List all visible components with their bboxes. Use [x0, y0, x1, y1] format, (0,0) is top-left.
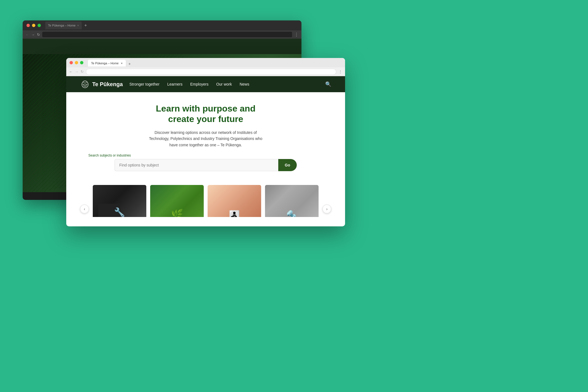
- card-horticulture[interactable]: Horticulture: [150, 185, 204, 217]
- card-trades[interactable]: Trades: [265, 185, 319, 217]
- active-tab-front[interactable]: Te Pūkenga – Home ×: [88, 59, 126, 67]
- forward-arrow[interactable]: →: [31, 33, 35, 37]
- search-row: Go: [115, 159, 297, 171]
- active-tab-label: Te Pūkenga – Home: [91, 62, 119, 65]
- tab-close-icon[interactable]: ×: [77, 24, 79, 27]
- nav-stronger-together-front[interactable]: Stronger together: [129, 82, 160, 86]
- hero-section: Learn with purpose and create your futur…: [66, 92, 345, 179]
- tab-close-front[interactable]: ×: [121, 62, 123, 65]
- card-image-construction: [93, 185, 146, 217]
- browser-window-front: Te Pūkenga – Home × + ← → ↻ ⋮ Te Pūkenga: [66, 58, 345, 226]
- nav-links-front: Stronger together Learners Employers Our…: [129, 82, 249, 86]
- nav-learners-front[interactable]: Learners: [167, 82, 182, 86]
- address-bar-back[interactable]: [42, 32, 292, 37]
- titlebar-front: Te Pūkenga – Home × +: [66, 58, 345, 67]
- maximize-dot[interactable]: [38, 24, 41, 27]
- new-tab-button-front[interactable]: +: [127, 61, 132, 66]
- carousel-next-button[interactable]: ›: [322, 205, 331, 213]
- new-tab-button-back[interactable]: +: [83, 23, 88, 28]
- minimize-dot-front[interactable]: [75, 61, 78, 64]
- back-arrow[interactable]: ←: [25, 33, 29, 37]
- nav-bar-back: ← → ↻ ⋮: [23, 30, 301, 39]
- refresh-icon[interactable]: ↻: [37, 33, 40, 37]
- search-icon-front[interactable]: 🔍: [325, 81, 331, 87]
- card-construction[interactable]: Construction: [93, 185, 146, 217]
- hero-description: Discover learning options across our net…: [145, 129, 266, 148]
- search-label: Search subjects or industries: [88, 153, 323, 157]
- nav-our-work-front[interactable]: Our work: [216, 82, 232, 86]
- search-input[interactable]: [115, 159, 278, 171]
- tab-back[interactable]: Te Pūkenga – Home ×: [45, 22, 82, 29]
- titlebar-back: Te Pūkenga – Home × +: [23, 20, 301, 30]
- nav-employers-front[interactable]: Employers: [190, 82, 208, 86]
- more-options-icon[interactable]: ⋮: [294, 32, 299, 37]
- go-button[interactable]: Go: [278, 159, 297, 171]
- close-dot-front[interactable]: [70, 61, 73, 64]
- logo-text-front: Te Pūkenga: [92, 81, 123, 88]
- tab-area-front: Te Pūkenga – Home × +: [85, 59, 134, 67]
- card-image-education: [208, 185, 261, 217]
- nav-bar-front: ← → ↻ ⋮: [66, 67, 345, 76]
- nav-news-front[interactable]: News: [240, 82, 249, 86]
- more-options-front[interactable]: ⋮: [338, 70, 342, 74]
- close-dot[interactable]: [27, 24, 30, 27]
- refresh-icon-front[interactable]: ↻: [81, 70, 84, 74]
- forward-arrow-front[interactable]: →: [75, 70, 78, 74]
- cards-section: ‹ Construction Horticulture Education Tr…: [66, 179, 345, 217]
- card-education[interactable]: Education: [208, 185, 261, 217]
- address-bar-front[interactable]: [86, 69, 336, 75]
- site-page-front: Te Pūkenga Stronger together Learners Em…: [66, 76, 345, 217]
- site-navbar-front: Te Pūkenga Stronger together Learners Em…: [66, 76, 345, 92]
- card-image-trades: [265, 185, 319, 217]
- tab-bar-back: Te Pūkenga – Home × +: [43, 22, 90, 29]
- hero-heading: Learn with purpose and create your futur…: [88, 103, 323, 125]
- minimize-dot[interactable]: [32, 24, 35, 27]
- carousel-prev-button[interactable]: ‹: [80, 205, 89, 213]
- cards-grid: Construction Horticulture Education Trad…: [93, 185, 319, 217]
- logo-front[interactable]: Te Pūkenga: [80, 80, 123, 88]
- card-image-horticulture: [150, 185, 204, 217]
- maximize-dot-front[interactable]: [80, 61, 83, 64]
- back-arrow-front[interactable]: ←: [69, 70, 73, 74]
- tab-label: Te Pūkenga – Home: [48, 24, 76, 27]
